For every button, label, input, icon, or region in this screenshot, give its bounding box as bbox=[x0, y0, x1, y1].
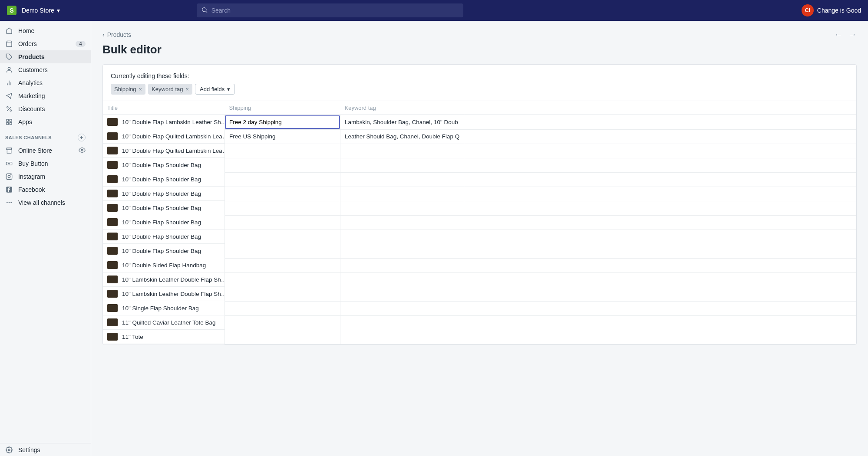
product-thumbnail bbox=[107, 318, 118, 326]
sidebar-item-products[interactable]: Products bbox=[0, 50, 91, 63]
shipping-cell[interactable] bbox=[225, 301, 340, 315]
add-fields-button[interactable]: Add fields▾ bbox=[195, 84, 235, 95]
products-icon bbox=[5, 53, 13, 61]
svg-rect-14 bbox=[7, 122, 9, 125]
table-row: 10" Lambskin Leather Double Flap Sh… bbox=[103, 287, 856, 301]
title-cell[interactable]: 10" Double Flap Shoulder Bag bbox=[103, 244, 224, 258]
keyword-cell[interactable] bbox=[340, 244, 464, 258]
column-header[interactable]: Keyword tag bbox=[340, 101, 464, 115]
next-arrow[interactable]: → bbox=[848, 30, 857, 39]
keyword-cell[interactable]: Leather Should Bag, Chanel, Double Flap … bbox=[340, 129, 464, 144]
svg-point-9 bbox=[7, 107, 8, 108]
keyword-cell[interactable] bbox=[340, 272, 464, 287]
shipping-cell[interactable] bbox=[225, 144, 340, 158]
eye-icon[interactable] bbox=[79, 147, 86, 155]
shipping-cell[interactable]: Free US Shipping bbox=[225, 129, 340, 144]
keyword-cell[interactable] bbox=[340, 287, 464, 301]
product-thumbnail bbox=[107, 175, 118, 183]
sidebar-item-label: Analytics bbox=[18, 79, 43, 86]
title-cell[interactable]: 11" Tote bbox=[103, 330, 224, 344]
title-cell[interactable]: 10" Double Flap Shoulder Bag bbox=[103, 230, 224, 244]
home-icon bbox=[5, 27, 13, 35]
sidebar-item-settings[interactable]: Settings bbox=[0, 443, 91, 456]
cell-input[interactable] bbox=[225, 115, 340, 129]
keyword-cell[interactable] bbox=[340, 215, 464, 230]
keyword-cell[interactable] bbox=[340, 172, 464, 187]
title-cell[interactable]: 10" Lambskin Leather Double Flap Sh… bbox=[103, 287, 224, 301]
shipping-cell[interactable] bbox=[225, 201, 340, 215]
product-title: 10" Double Flap Quilted Lambskin Lea… bbox=[122, 133, 224, 140]
title-cell[interactable]: 10" Double Flap Quilted Lambskin Lea… bbox=[103, 144, 224, 158]
table-row: 10" Lambskin Leather Double Flap Sh… bbox=[103, 272, 856, 287]
keyword-cell[interactable] bbox=[340, 301, 464, 315]
title-cell[interactable]: 10" Lambskin Leather Double Flap Sh… bbox=[103, 272, 224, 287]
sidebar-item-analytics[interactable]: Analytics bbox=[0, 76, 91, 89]
column-header[interactable]: Title bbox=[103, 101, 225, 115]
shipping-cell[interactable] bbox=[225, 272, 340, 287]
shipping-cell[interactable] bbox=[225, 158, 340, 172]
keyword-cell[interactable] bbox=[340, 230, 464, 244]
store-selector[interactable]: Demo Store ▾ bbox=[22, 7, 60, 14]
keyword-cell[interactable] bbox=[340, 330, 464, 344]
sidebar-item-discounts[interactable]: Discounts bbox=[0, 102, 91, 115]
search-box[interactable] bbox=[197, 3, 463, 17]
channel-label: Buy Button bbox=[18, 160, 48, 167]
shipping-cell[interactable] bbox=[225, 330, 340, 344]
table-row: 10" Double Flap Lambskin Leather Sh…Lamb… bbox=[103, 115, 856, 130]
sidebar-item-orders[interactable]: Orders4 bbox=[0, 37, 91, 50]
title-cell[interactable]: 10" Double Flap Shoulder Bag bbox=[103, 215, 224, 230]
remove-tag-button[interactable]: × bbox=[139, 86, 142, 92]
shipping-cell[interactable] bbox=[225, 172, 340, 187]
shipping-cell[interactable] bbox=[225, 315, 340, 330]
editing-fields-label: Currently editing these fields: bbox=[111, 72, 848, 79]
svg-rect-13 bbox=[10, 122, 12, 125]
title-cell[interactable]: 10" Double Flap Shoulder Bag bbox=[103, 158, 224, 172]
shipping-cell[interactable] bbox=[225, 287, 340, 301]
keyword-cell[interactable] bbox=[340, 144, 464, 158]
title-cell[interactable]: 10" Double Flap Lambskin Leather Sh… bbox=[103, 115, 224, 129]
svg-point-0 bbox=[202, 7, 206, 11]
shipping-cell[interactable] bbox=[225, 258, 340, 272]
sidebar-item-marketing[interactable]: Marketing bbox=[0, 89, 91, 102]
keyword-cell[interactable] bbox=[340, 187, 464, 201]
prev-arrow[interactable]: ← bbox=[834, 30, 843, 39]
title-cell[interactable]: 10" Double Sided Flap Handbag bbox=[103, 258, 224, 272]
title-cell[interactable]: 10" Single Flap Shoulder Bag bbox=[103, 301, 224, 315]
shipping-cell[interactable] bbox=[225, 230, 340, 244]
user-menu[interactable]: Ci Change is Good bbox=[802, 4, 861, 16]
sidebar-item-label: Customers bbox=[18, 66, 48, 73]
sidebar-item-home[interactable]: Home bbox=[0, 24, 91, 37]
add-channel-button[interactable]: + bbox=[78, 134, 86, 141]
search-input[interactable] bbox=[211, 7, 459, 14]
channel-facebook[interactable]: Facebook bbox=[0, 183, 91, 196]
shipping-cell[interactable] bbox=[225, 115, 340, 130]
shipping-cell[interactable] bbox=[225, 244, 340, 258]
shipping-cell[interactable] bbox=[225, 215, 340, 230]
sidebar-item-customers[interactable]: Customers bbox=[0, 63, 91, 76]
buybutton-icon bbox=[5, 160, 13, 167]
sidebar-item-apps[interactable]: Apps bbox=[0, 115, 91, 128]
channel-label: View all channels bbox=[18, 199, 65, 206]
remove-tag-button[interactable]: × bbox=[185, 86, 189, 92]
keyword-cell[interactable] bbox=[340, 315, 464, 330]
keyword-cell[interactable] bbox=[340, 158, 464, 172]
title-cell[interactable]: 10" Double Flap Quilted Lambskin Lea… bbox=[103, 129, 224, 144]
title-cell[interactable]: 10" Double Flap Shoulder Bag bbox=[103, 187, 224, 201]
keyword-cell[interactable]: Lambskin, Shoulder Bag, Chanel, 10" Doub bbox=[340, 115, 464, 130]
channel-instagram[interactable]: Instagram bbox=[0, 170, 91, 183]
title-cell[interactable]: 10" Double Flap Shoulder Bag bbox=[103, 172, 224, 187]
title-cell[interactable]: 10" Double Flap Shoulder Bag bbox=[103, 201, 224, 215]
channel-view-all-channels[interactable]: View all channels bbox=[0, 196, 91, 209]
channel-online-store[interactable]: Online Store bbox=[0, 144, 91, 157]
keyword-cell[interactable] bbox=[340, 258, 464, 272]
shipping-cell[interactable] bbox=[225, 187, 340, 201]
channel-buy-button[interactable]: Buy Button bbox=[0, 157, 91, 170]
keyword-cell[interactable] bbox=[340, 201, 464, 215]
column-header[interactable]: Shipping bbox=[225, 101, 340, 115]
sidebar-item-label: Home bbox=[18, 27, 34, 34]
breadcrumb-back[interactable]: ‹ Products bbox=[102, 31, 131, 38]
breadcrumb-label: Products bbox=[107, 31, 131, 38]
product-thumbnail bbox=[107, 204, 118, 212]
svg-point-15 bbox=[81, 149, 83, 151]
title-cell[interactable]: 11" Quilted Caviar Leather Tote Bag bbox=[103, 315, 224, 330]
